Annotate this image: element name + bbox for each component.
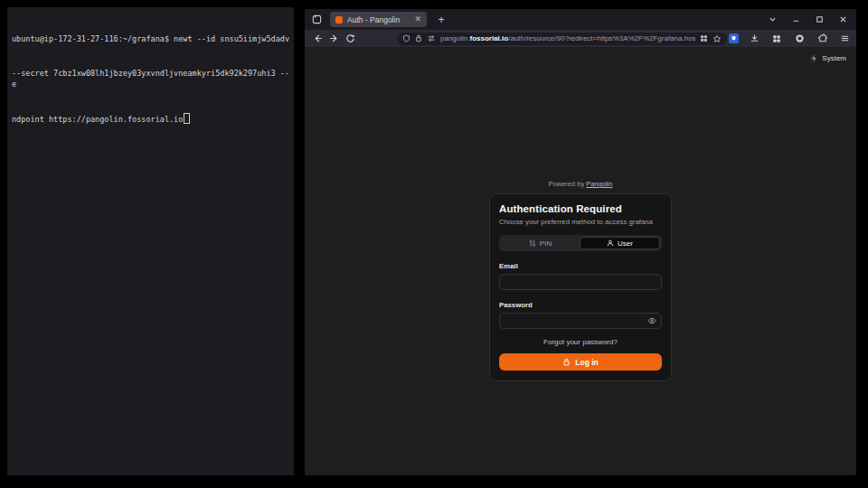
lock-icon [562, 358, 571, 366]
tab-title: Auth - Pangolin [347, 15, 410, 24]
container-grid-icon[interactable] [700, 34, 708, 42]
pangolin-favicon-icon [335, 16, 343, 23]
tab-bar: Auth - Pangolin ✕ + [305, 9, 856, 30]
password-field[interactable] [499, 313, 662, 329]
login-button[interactable]: Log in [499, 353, 662, 371]
theme-toggle-label: System [822, 54, 846, 62]
shield-icon[interactable] [402, 34, 410, 42]
forward-icon[interactable] [326, 32, 341, 46]
terminal-window[interactable]: ubuntu@ip-172-31-27-116:~/grafana$ newt … [7, 7, 294, 475]
forgot-password-link[interactable]: Forgot your password? [499, 338, 662, 346]
auth-method-tabs: PIN User [499, 235, 662, 251]
menu-hamburger-icon[interactable] [837, 32, 852, 46]
terminal-line: ubuntu@ip-172-31-27-116:~/grafana$ newt … [12, 33, 294, 45]
pangolin-link[interactable]: Pangolin [586, 180, 612, 188]
bookmark-star-icon[interactable] [712, 34, 722, 43]
window-controls [762, 12, 853, 28]
email-label: Email [499, 262, 662, 270]
back-icon[interactable] [310, 32, 325, 46]
pin-keypad-icon [529, 239, 536, 247]
navigation-toolbar: pangolin.fossorial.io/auth/resource/90?r… [305, 30, 856, 47]
tab-pin[interactable]: PIN [501, 237, 580, 249]
tab-auth-pangolin[interactable]: Auth - Pangolin ✕ [330, 12, 427, 27]
user-icon [607, 239, 614, 247]
terminal-cursor [184, 113, 190, 124]
tab-user[interactable]: User [580, 237, 660, 249]
password-manager-extension-icon[interactable] [729, 33, 739, 43]
tab-user-label: User [618, 239, 633, 248]
auth-column: Powered by Pangolin Authentication Requi… [489, 180, 672, 381]
powered-by: Powered by Pangolin [489, 180, 672, 188]
auth-card: Authentication Required Choose your pref… [489, 193, 672, 381]
lock-icon[interactable] [415, 34, 422, 42]
tab-close-icon[interactable]: ✕ [414, 15, 421, 23]
tab-groups-icon[interactable] [769, 32, 784, 46]
card-title: Authentication Required [499, 203, 662, 214]
show-password-eye-icon[interactable] [647, 316, 656, 325]
browser-window: Auth - Pangolin ✕ + [305, 9, 856, 475]
url-bar[interactable]: pangolin.fossorial.io/auth/resource/90?r… [397, 33, 727, 45]
toolbar-extensions [729, 32, 854, 46]
close-button[interactable] [833, 12, 853, 28]
permissions-swap-icon[interactable] [427, 34, 436, 42]
maximize-button[interactable] [809, 12, 829, 28]
theme-toggle-button[interactable]: System [810, 54, 846, 62]
auth-page: System Powered by Pangolin Authenticatio… [305, 47, 856, 475]
desktop: ubuntu@ip-172-31-27-116:~/grafana$ newt … [0, 0, 868, 488]
password-label: Password [499, 301, 662, 309]
adblock-extension-icon[interactable] [792, 32, 807, 46]
extensions-puzzle-icon[interactable] [815, 32, 829, 46]
card-subtitle: Choose your preferred method to access g… [499, 218, 662, 226]
email-field[interactable] [499, 274, 662, 290]
login-button-label: Log in [575, 358, 599, 367]
downloads-icon[interactable] [747, 32, 761, 46]
url-text: pangolin.fossorial.io/auth/resource/90?r… [440, 34, 695, 42]
minimize-button[interactable] [786, 12, 806, 28]
terminal-line: --secret 7cbz1xw08lh1jbzey03yxvndljvneam… [12, 68, 294, 90]
firefox-view-icon[interactable] [308, 12, 325, 28]
new-tab-button[interactable]: + [434, 14, 448, 26]
tab-pin-label: PIN [540, 239, 552, 248]
tab-list-chevron-icon[interactable] [762, 12, 782, 28]
reload-icon[interactable] [343, 32, 357, 46]
sun-moon-icon [810, 54, 818, 62]
terminal-line: ndpoint https://pangolin.fossorial.io [12, 113, 294, 126]
